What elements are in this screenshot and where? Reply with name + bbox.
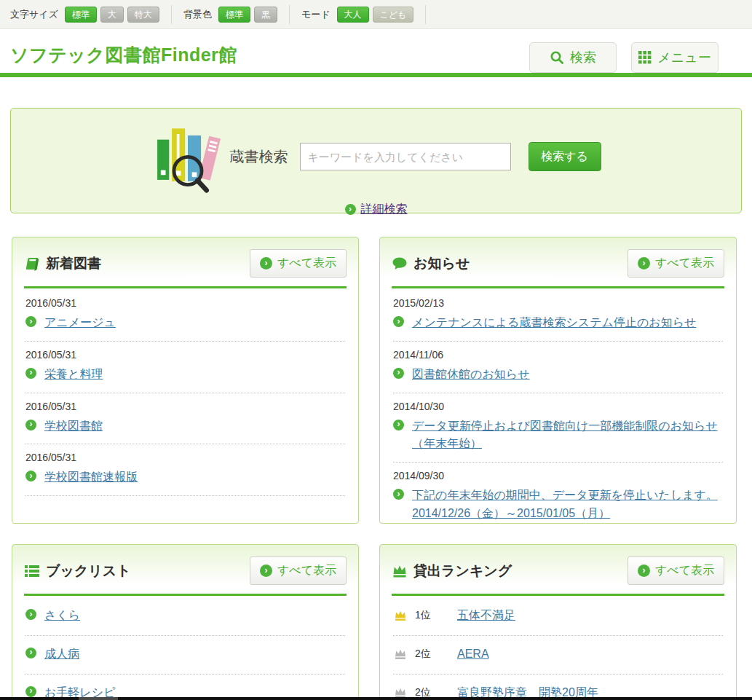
item-link[interactable]: 学校図書館 xyxy=(44,417,103,436)
panel-title: 貸出ランキング xyxy=(413,562,512,581)
item-link[interactable]: 成人病 xyxy=(44,645,79,664)
arrow-circle-icon xyxy=(345,204,356,215)
advanced-search-link[interactable]: 詳細検索 xyxy=(361,202,408,217)
catalog-search-submit-button[interactable]: 検索する xyxy=(529,142,601,171)
arrow-circle-icon xyxy=(393,316,404,327)
book-icon xyxy=(24,256,40,272)
header-search-label: 検索 xyxy=(570,49,596,66)
toolbar-separator xyxy=(289,5,290,24)
booklist-view-all-button[interactable]: すべて表示 xyxy=(250,557,347,585)
toolbar-separator xyxy=(425,5,426,24)
news-view-all-button[interactable]: すべて表示 xyxy=(628,249,724,278)
mode-kids-button[interactable]: こども xyxy=(373,7,414,23)
arrow-circle-icon xyxy=(25,471,36,481)
list-item: 1位 五体不満足 xyxy=(393,597,723,636)
arrow-circle-icon xyxy=(393,420,404,430)
site-header: ソフテック図書館Finder館 検索 メニュー xyxy=(0,29,752,73)
item-link[interactable]: 下記の年末年始の期間中、データ更新を停止いたします。2014/12/26（金）～… xyxy=(412,487,723,523)
list-item: 2位 富良野塾序章 開塾20周年 xyxy=(393,675,723,700)
rank-label: 2位 xyxy=(415,648,440,661)
new-books-view-all-button[interactable]: すべて表示 xyxy=(250,249,347,278)
arrow-circle-icon xyxy=(25,316,36,327)
item-link[interactable]: AERA xyxy=(457,645,489,664)
arrow-circle-icon xyxy=(25,609,36,620)
arrow-circle-icon xyxy=(260,257,272,270)
books-and-magnifier-icon xyxy=(151,120,224,193)
list-item: 2014/09/30 下記の年末年始の期間中、データ更新を停止いたします。201… xyxy=(393,463,723,524)
mode-adult-button[interactable]: 大人 xyxy=(337,7,369,23)
bg-color-label: 背景色 xyxy=(183,8,212,21)
list-item: 2016/05/31 学校図書館速報版 xyxy=(25,444,345,496)
item-date: 2016/05/31 xyxy=(25,297,345,309)
item-link[interactable]: 図書館休館のお知らせ xyxy=(412,366,530,384)
ranking-view-all-button[interactable]: すべて表示 xyxy=(628,557,724,585)
panel-title: 新着図書 xyxy=(46,254,101,273)
content-grid: 新着図書 すべて表示 2016/05/31 アニメージュ 2016/05/31 … xyxy=(0,237,752,700)
header-accent-bar xyxy=(0,73,752,77)
item-date: 2016/05/31 xyxy=(25,349,345,361)
list-icon xyxy=(24,563,40,579)
new-books-panel: 新着図書 すべて表示 2016/05/31 アニメージュ 2016/05/31 … xyxy=(12,237,359,524)
list-item: 2016/05/31 学校図書館 xyxy=(25,393,345,445)
scrollbar-thumb[interactable] xyxy=(79,697,118,700)
font-size-large-button[interactable]: 大 xyxy=(100,7,124,23)
arrow-circle-icon xyxy=(25,420,36,430)
item-link[interactable]: メンテナンスによる蔵書検索システム停止のお知らせ xyxy=(412,314,696,332)
header-menu-label: メニュー xyxy=(657,49,711,66)
view-all-label: すべて表示 xyxy=(277,563,336,578)
catalog-search-input[interactable] xyxy=(300,143,511,170)
toolbar-separator xyxy=(171,5,172,24)
list-item: 2014/11/06 図書館休館のお知らせ xyxy=(393,342,723,393)
booklist-panel: ブックリスト すべて表示 さくら 成人病 お手軽レシ xyxy=(12,544,359,700)
right-column: お知らせ すべて表示 2015/02/13 メンテナンスによる蔵書検索システム停… xyxy=(379,237,737,700)
panel-title: お知らせ xyxy=(413,254,470,273)
item-link[interactable]: 学校図書館速報版 xyxy=(44,468,138,487)
view-all-label: すべて表示 xyxy=(655,563,714,578)
item-date: 2014/09/30 xyxy=(393,470,723,481)
list-item: 2016/05/31 栄養と料理 xyxy=(25,342,345,393)
list-item: さくら xyxy=(25,597,345,636)
view-all-label: すべて表示 xyxy=(655,256,714,271)
window-bottom-edge xyxy=(0,697,752,700)
header-search-button[interactable]: 検索 xyxy=(529,42,617,73)
list-item: 2016/05/31 アニメージュ xyxy=(25,290,345,342)
arrow-circle-icon xyxy=(638,565,650,577)
bg-black-button[interactable]: 黒 xyxy=(254,7,277,23)
item-link[interactable]: アニメージュ xyxy=(44,314,116,332)
list-item: 成人病 xyxy=(25,636,345,675)
item-link[interactable]: 栄養と料理 xyxy=(44,366,103,384)
item-link[interactable]: 五体不満足 xyxy=(457,607,515,625)
font-size-label: 文字サイズ xyxy=(10,8,58,21)
font-size-standard-button[interactable]: 標準 xyxy=(65,7,97,23)
arrow-circle-icon xyxy=(25,368,36,379)
accessibility-toolbar: 文字サイズ 標準 大 特大 背景色 標準 黒 モード 大人 こども xyxy=(0,0,752,29)
header-buttons: 検索 メニュー xyxy=(529,42,719,73)
rank-label: 1位 xyxy=(415,609,440,622)
gold-crown-icon xyxy=(393,609,408,622)
item-date: 2014/10/30 xyxy=(393,401,723,412)
item-date: 2014/11/06 xyxy=(393,349,723,361)
header-menu-button[interactable]: メニュー xyxy=(631,42,719,73)
crown-icon xyxy=(392,563,408,579)
silver-crown-icon xyxy=(393,648,408,661)
arrow-circle-icon xyxy=(260,565,272,577)
view-all-label: すべて表示 xyxy=(277,256,336,271)
arrow-circle-icon xyxy=(25,686,36,697)
ranking-panel: 貸出ランキング すべて表示 1位 五体不満足 xyxy=(379,544,737,700)
item-date: 2015/02/13 xyxy=(393,297,723,309)
arrow-circle-icon xyxy=(638,257,650,270)
arrow-circle-icon xyxy=(393,368,404,379)
arrow-circle-icon xyxy=(393,489,404,500)
bg-standard-button[interactable]: 標準 xyxy=(218,7,250,23)
list-item: 2014/10/30 データ更新停止および図書館向け一部機能制限のお知らせ（年末… xyxy=(393,393,723,463)
search-icon xyxy=(550,50,564,65)
bg-color-group: 背景色 標準 黒 xyxy=(183,7,277,23)
list-item: 2位 AERA xyxy=(393,636,723,675)
list-item: お手軽レシピ xyxy=(25,675,345,700)
item-link[interactable]: さくら xyxy=(44,607,80,625)
font-size-xlarge-button[interactable]: 特大 xyxy=(127,7,159,23)
catalog-search-panel: 蔵書検索 検索する 詳細検索 xyxy=(10,108,742,213)
arrow-circle-icon xyxy=(25,648,36,658)
item-link[interactable]: データ更新停止および図書館向け一部機能制限のお知らせ（年末年始） xyxy=(412,417,723,454)
item-date: 2016/05/31 xyxy=(25,452,345,463)
